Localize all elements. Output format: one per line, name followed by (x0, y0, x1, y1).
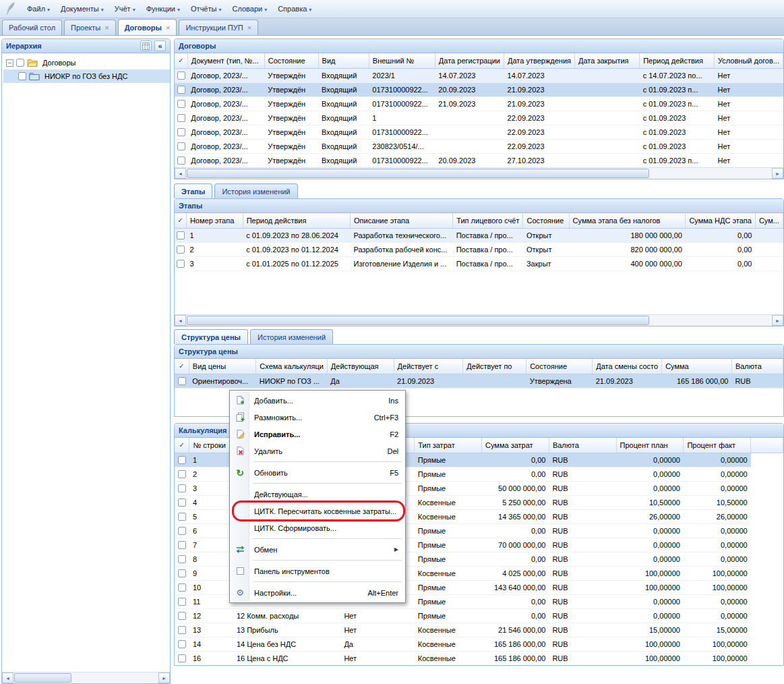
row-checkbox[interactable] (177, 231, 185, 239)
stages-tab-0[interactable]: Этапы (174, 183, 212, 198)
context-menu-item[interactable]: ↻ОбновитьF5 (231, 464, 404, 481)
row-checkbox[interactable] (178, 541, 186, 549)
stages-tab-1[interactable]: История изменений (214, 183, 297, 198)
context-menu-item[interactable]: Обмен▶ (231, 541, 404, 558)
row-checkbox[interactable] (178, 654, 186, 662)
context-menu-item[interactable]: УдалитьDel (231, 443, 404, 459)
close-icon[interactable]: × (104, 24, 109, 32)
row-checkbox[interactable] (177, 100, 185, 108)
table-row[interactable]: Договор, 2023/...УтверждёнВходящий017310… (175, 153, 783, 167)
table-row[interactable]: Ориентировоч...НИОКР по ГОЗ ...Да21.09.2… (175, 374, 783, 388)
row-checkbox[interactable] (178, 470, 186, 478)
row-checkbox[interactable] (178, 640, 186, 648)
context-menu-item[interactable]: Исправить...F2 (231, 426, 404, 443)
table-row[interactable]: Договор, 2023/...УтверждёнВходящий017310… (175, 82, 783, 96)
table-row[interactable]: 1616 Цена с НДСНетКосвенные165 186 000,0… (175, 651, 783, 665)
column-header[interactable]: № строки (189, 438, 233, 453)
column-header[interactable]: Сумма затрат (482, 438, 549, 453)
scrollbar-thumb[interactable] (187, 316, 649, 325)
column-header[interactable]: Действующая (327, 359, 394, 374)
tab-2[interactable]: Договоры× (118, 19, 177, 35)
column-header[interactable]: Период действия (243, 213, 350, 228)
tab-1[interactable]: Проекты× (64, 20, 116, 35)
column-header[interactable]: Документ (тип, №... (187, 53, 264, 68)
row-checkbox[interactable] (178, 583, 186, 592)
row-checkbox[interactable] (178, 484, 186, 492)
tab-0[interactable]: Рабочий стол (2, 20, 62, 35)
row-checkbox[interactable] (177, 156, 185, 165)
column-header[interactable]: Тип лицевого счёт (453, 213, 523, 228)
column-header[interactable]: Состояние (526, 359, 593, 374)
row-checkbox[interactable] (178, 498, 186, 507)
tree-checkbox[interactable] (16, 59, 24, 67)
column-header[interactable]: Период действия (640, 53, 715, 68)
row-checkbox[interactable] (177, 86, 185, 94)
column-header[interactable]: Дата закрытия (575, 53, 640, 68)
tab-3[interactable]: Инструкции ПУП× (179, 20, 258, 35)
column-header[interactable]: Состояние (523, 213, 569, 228)
context-menu-item[interactable]: Действующая... (231, 486, 404, 503)
select-all-header[interactable]: ✓ (175, 53, 187, 68)
column-header[interactable]: Сумма НДС этапа (686, 213, 756, 228)
select-all-header[interactable]: ✓ (175, 213, 186, 228)
table-row[interactable]: 1с 01.09.2023 по 28.06.2024Разработка те… (175, 228, 783, 242)
row-checkbox[interactable] (177, 114, 185, 122)
table-row[interactable]: 1414 Цена без НДСДаКосвенные165 186 000,… (175, 637, 783, 651)
column-header[interactable]: Номер этапа (186, 213, 243, 228)
row-checkbox[interactable] (177, 142, 185, 150)
column-header[interactable]: Действует с (394, 359, 463, 374)
scroll-right-button[interactable]: ► (772, 315, 783, 326)
column-header[interactable]: Дата регистрации (435, 53, 504, 68)
context-menu-item[interactable]: ЦИТК. Пересчитать косвенные затраты... (231, 503, 404, 519)
column-header[interactable]: Схема калькуляци (256, 359, 328, 374)
scrollbar-thumb[interactable] (187, 169, 649, 178)
menubar-item-reports[interactable]: Отчёты▾ (185, 3, 227, 15)
column-header[interactable] (751, 438, 783, 453)
column-header[interactable]: Сум... (755, 213, 783, 228)
price-tab-1[interactable]: История изменений (250, 329, 333, 344)
table-row[interactable]: Договор, 2023/...УтверждёнВходящий017310… (175, 96, 783, 111)
stages-horizontal-scrollbar[interactable]: ◄ ► (175, 314, 783, 326)
tree-checkbox[interactable] (18, 72, 26, 80)
collapse-panel-button[interactable]: « (154, 40, 166, 51)
scroll-left-button[interactable]: ◄ (175, 315, 186, 326)
column-header[interactable]: Процент факт (684, 438, 751, 453)
column-header[interactable]: Действует по (463, 359, 526, 374)
row-checkbox[interactable] (178, 569, 186, 577)
column-header[interactable]: Условный догов... (715, 53, 783, 68)
grid-view-icon[interactable] (140, 40, 152, 51)
row-checkbox[interactable] (177, 246, 185, 254)
column-header[interactable]: Дата утверждения (504, 53, 575, 68)
scrollbar-thumb[interactable] (14, 673, 71, 683)
scroll-left-button[interactable]: ◄ (2, 673, 13, 683)
menubar-item-documents[interactable]: Документы▾ (55, 3, 109, 15)
row-checkbox[interactable] (178, 513, 186, 521)
column-header[interactable]: Тип затрат (415, 438, 482, 453)
menubar-item-help[interactable]: Справка▾ (272, 3, 317, 15)
column-header[interactable]: Внешний № (369, 53, 435, 68)
column-header[interactable]: Валюта (731, 359, 783, 374)
context-menu-item[interactable]: ⚙Настройки...Alt+Enter (231, 584, 404, 601)
table-row[interactable]: 2с 01.09.2023 по 01.12.2024Разработка ра… (175, 242, 783, 256)
menubar-item-functions[interactable]: Функции▾ (141, 3, 185, 15)
menubar-item-dictionaries[interactable]: Словари▾ (227, 3, 272, 15)
row-checkbox[interactable] (178, 612, 186, 620)
tree-expander-icon[interactable]: − (6, 59, 13, 67)
table-row[interactable]: Договор, 2023/...УтверждёнВходящий230823… (175, 139, 783, 153)
menubar-item-accounting[interactable]: Учёт▾ (109, 3, 141, 15)
menubar-item-file[interactable]: Файл▾ (22, 3, 55, 15)
scroll-right-button[interactable]: ► (158, 673, 170, 683)
row-checkbox[interactable] (178, 626, 186, 634)
close-icon[interactable]: × (247, 24, 251, 32)
row-checkbox[interactable] (177, 72, 185, 80)
select-all-header[interactable]: ✓ (175, 359, 189, 374)
column-header[interactable]: Вид (318, 53, 369, 68)
column-header[interactable]: Валюта (549, 438, 616, 453)
table-row[interactable]: Договор, 2023/...УтверждёнВходящий122.09… (175, 111, 783, 125)
context-menu-item[interactable]: Панель инструментов (231, 563, 404, 579)
row-checkbox[interactable] (178, 377, 186, 385)
row-checkbox[interactable] (178, 527, 186, 535)
table-row[interactable]: 3с 01.01.2025 по 01.12.2025Изготовление … (175, 256, 783, 270)
tree-item-niokr[interactable]: НИОКР по ГОЗ без НДС (3, 69, 170, 83)
row-checkbox[interactable] (178, 598, 186, 606)
